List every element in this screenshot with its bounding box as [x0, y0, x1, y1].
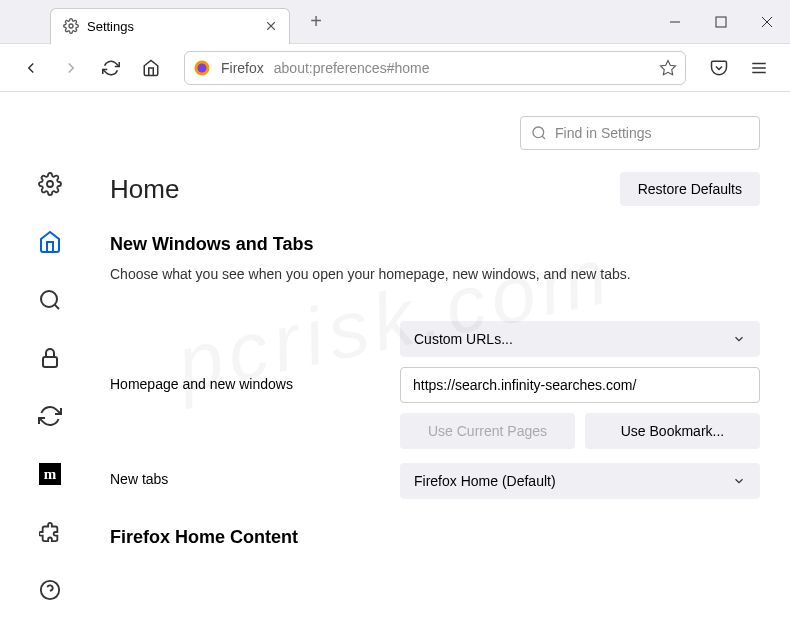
svg-point-13 [47, 181, 53, 187]
chevron-down-icon [732, 474, 746, 488]
window-titlebar: Settings + [0, 0, 790, 44]
close-window-button[interactable] [744, 0, 790, 44]
sidebar-extensions[interactable] [38, 520, 62, 544]
sidebar-help[interactable] [38, 578, 62, 602]
url-identity: Firefox [221, 60, 264, 76]
address-bar[interactable]: Firefox about:preferences#home [184, 51, 686, 85]
sidebar-privacy[interactable] [38, 346, 62, 370]
homepage-label: Homepage and new windows [110, 321, 400, 392]
dropdown-value: Custom URLs... [414, 331, 513, 347]
browser-toolbar: Firefox about:preferences#home [0, 44, 790, 92]
sidebar-more-mozilla[interactable]: m [38, 462, 62, 486]
reload-button[interactable] [94, 51, 128, 85]
page-title: Home [110, 174, 179, 205]
use-bookmark-button[interactable]: Use Bookmark... [585, 413, 760, 449]
gear-icon [63, 18, 79, 34]
find-placeholder: Find in Settings [555, 125, 652, 141]
search-icon [531, 125, 547, 141]
dropdown-value: Firefox Home (Default) [414, 473, 556, 489]
sidebar-search[interactable] [38, 288, 62, 312]
svg-point-19 [533, 127, 544, 138]
section-new-windows-desc: Choose what you see when you open your h… [110, 265, 760, 285]
svg-line-15 [55, 305, 59, 309]
homepage-url-input[interactable] [400, 367, 760, 403]
settings-content: Find in Settings Home Restore Defaults N… [100, 92, 790, 639]
settings-sidebar: m [0, 92, 100, 639]
find-in-settings[interactable]: Find in Settings [520, 116, 760, 150]
forward-button[interactable] [54, 51, 88, 85]
close-icon[interactable] [263, 18, 279, 34]
newtabs-label: New tabs [110, 463, 400, 487]
back-button[interactable] [14, 51, 48, 85]
bookmark-star-icon[interactable] [659, 59, 677, 77]
svg-point-8 [198, 63, 207, 72]
section-home-content-title: Firefox Home Content [110, 527, 760, 548]
newtabs-dropdown[interactable]: Firefox Home (Default) [400, 463, 760, 499]
home-button[interactable] [134, 51, 168, 85]
svg-point-14 [41, 291, 57, 307]
use-current-pages-button[interactable]: Use Current Pages [400, 413, 575, 449]
homepage-mode-dropdown[interactable]: Custom URLs... [400, 321, 760, 357]
tab-title: Settings [87, 19, 255, 34]
minimize-button[interactable] [652, 0, 698, 44]
chevron-down-icon [732, 332, 746, 346]
pocket-button[interactable] [702, 51, 736, 85]
maximize-button[interactable] [698, 0, 744, 44]
restore-defaults-button[interactable]: Restore Defaults [620, 172, 760, 206]
url-text: about:preferences#home [274, 60, 430, 76]
svg-rect-16 [43, 357, 57, 367]
svg-marker-9 [661, 60, 676, 74]
firefox-logo-icon [193, 59, 211, 77]
sidebar-general[interactable] [38, 172, 62, 196]
sidebar-home[interactable] [38, 230, 62, 254]
app-menu-button[interactable] [742, 51, 776, 85]
window-controls [652, 0, 790, 44]
browser-tab[interactable]: Settings [50, 8, 290, 44]
mozilla-icon: m [39, 463, 61, 485]
new-tab-button[interactable]: + [302, 8, 330, 36]
sidebar-sync[interactable] [38, 404, 62, 428]
section-new-windows-title: New Windows and Tabs [110, 234, 760, 255]
svg-line-20 [542, 136, 545, 139]
svg-point-0 [69, 24, 73, 28]
svg-rect-4 [716, 17, 726, 27]
